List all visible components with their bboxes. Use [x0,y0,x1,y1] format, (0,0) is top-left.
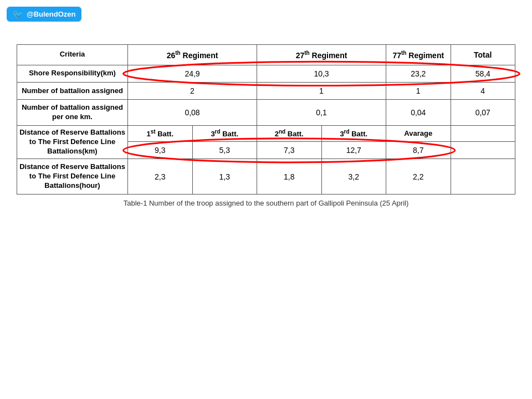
dist-hr-3: 1,8 [257,159,322,195]
dist-km-2: 5,3 [192,142,257,159]
row-shore-responsibility: Shore Responsibility(km) 24,9 10,3 23,2 … [17,65,515,82]
header-row: Criteria 26th Regiment 27th Regiment 77t… [17,45,515,65]
criteria-distance-hour: Distance of Reserve Battalions to The Fi… [17,159,128,195]
criteria-distance-km: Distance of Reserve Battalions to The Fi… [17,126,128,159]
twitter-badge: 🐦 @BulendOzen [7,7,81,22]
twitter-handle: @BulendOzen [27,10,76,18]
per-km-reg77: 0,04 [386,100,451,126]
row-distance-hour: Distance of Reserve Battalions to The Fi… [17,159,515,195]
subheader-2nd-batt: 2nd Batt. [257,126,322,142]
dist-km-avg: 8,7 [386,142,451,159]
dist-hr-avg: 2,2 [386,159,451,195]
shore-reg27: 10,3 [257,65,386,82]
dist-km-1: 9,3 [128,142,193,159]
dist-hr-1: 2,3 [128,159,193,195]
data-table: Criteria 26th Regiment 27th Regiment 77t… [17,44,515,195]
shore-reg77: 23,2 [386,65,451,82]
subheader-3rd-batt-b: 3rd Batt. [321,126,386,142]
criteria-shore: Shore Responsibility(km) [17,65,128,82]
header-reg27: 27th Regiment [257,45,386,65]
shore-total: 58,4 [451,65,515,82]
criteria-battalion: Number of battalion assigned [17,83,128,100]
header-reg26: 26th Regiment [128,45,257,65]
per-km-reg27: 0,1 [257,100,386,126]
subheader-avg: Avarage [386,126,451,142]
header-reg77: 77th Regiment [386,45,451,65]
dist-km-4: 12,7 [321,142,386,159]
dist-km-3: 7,3 [257,142,322,159]
row-batt-subheader: Distance of Reserve Battalions to The Fi… [17,126,515,142]
shore-reg26: 24,9 [128,65,257,82]
criteria-per-km: Number of battalion assigned per one km. [17,100,128,126]
per-km-total: 0,07 [451,100,515,126]
per-km-reg26: 0,08 [128,100,257,126]
main-content: Criteria 26th Regiment 27th Regiment 77t… [0,0,532,224]
row-battalion-assigned: Number of battalion assigned 2 1 1 4 [17,83,515,100]
dist-hr-4: 3,2 [321,159,386,195]
batt-assigned-total: 4 [451,83,515,100]
header-total: Total [451,45,515,65]
table-container: Criteria 26th Regiment 27th Regiment 77t… [17,44,515,195]
header-criteria: Criteria [17,45,128,65]
subheader-1st-batt: 1st Batt. [128,126,193,142]
table-caption: Table-1 Number of the troop assigned to … [17,199,515,207]
twitter-icon: 🐦 [12,9,23,19]
batt-assigned-reg26: 2 [128,83,257,100]
batt-assigned-reg77: 1 [386,83,451,100]
batt-assigned-reg27: 1 [257,83,386,100]
row-battalion-per-km: Number of battalion assigned per one km.… [17,100,515,126]
dist-hr-2: 1,3 [192,159,257,195]
subheader-3rd-batt-a: 3rd Batt. [192,126,257,142]
